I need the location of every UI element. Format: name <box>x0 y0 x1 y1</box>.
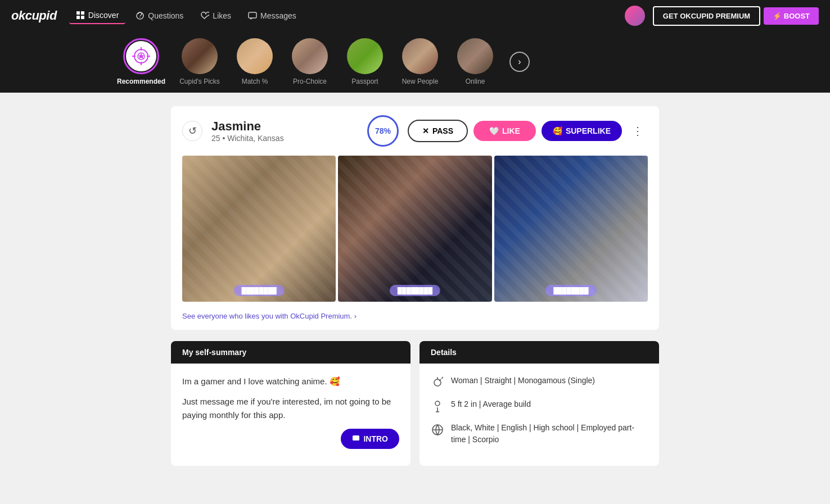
message-intro-icon <box>352 435 360 443</box>
category-passport-label: Passport <box>351 78 378 85</box>
profile-header: ↺ Jasmine 25 • Wichita, Kansas 78% ✕ PAS… <box>171 106 659 156</box>
bio-section-header: My self-summary <box>171 341 411 364</box>
likes-promo-link[interactable]: See everyone who likes you with OkCupid … <box>182 312 357 320</box>
message-icon <box>248 11 257 20</box>
photo-tag-1: ████████ <box>233 285 284 296</box>
detail-gender-text: Woman | Straight | Monogamous (Single) <box>451 375 595 387</box>
bio-section-body: Im a gamer and I love watching anime. 🥰 … <box>171 364 411 460</box>
grid-icon <box>76 11 85 20</box>
app-logo: okcupid <box>11 8 57 23</box>
x-icon: ✕ <box>422 126 429 135</box>
svg-point-14 <box>435 401 440 406</box>
photo-tag-2: ████████ <box>390 285 440 296</box>
profile-photo-2[interactable]: ████████ <box>338 156 491 302</box>
detail-height: 5 ft 2 in | Average build <box>431 398 648 413</box>
category-match-pct[interactable]: Match % <box>229 36 280 88</box>
category-recommended[interactable]: Recommended <box>112 36 170 88</box>
top-navigation: okcupid Discover Questions Likes Message… <box>0 0 830 31</box>
profile-age-location: 25 • Wichita, Kansas <box>211 134 358 143</box>
category-new-people[interactable]: New People <box>395 36 445 88</box>
nav-questions[interactable]: Questions <box>129 8 190 24</box>
heart-like-icon: 🤍 <box>489 126 499 135</box>
profile-name-section: Jasmine 25 • Wichita, Kansas <box>211 119 358 143</box>
intro-button[interactable]: INTRO <box>341 429 399 449</box>
category-online-label: Online <box>466 78 485 85</box>
category-strip: Recommended Cupid's Picks Match % Pro-Ch… <box>0 31 830 93</box>
main-content: ↺ Jasmine 25 • Wichita, Kansas 78% ✕ PAS… <box>162 106 668 466</box>
photo-tag-3: ████████ <box>545 285 596 296</box>
svg-rect-1 <box>81 11 84 15</box>
category-next-button[interactable]: › <box>509 52 530 72</box>
user-avatar[interactable] <box>625 6 645 26</box>
category-cupids-picks-label: Cupid's Picks <box>179 78 220 85</box>
gender-icon <box>431 376 444 389</box>
svg-rect-3 <box>81 16 84 19</box>
likes-promo: See everyone who likes you with OkCupid … <box>171 311 659 330</box>
bio-text: Im a gamer and I love watching anime. 🥰 … <box>182 375 399 422</box>
category-online[interactable]: Online <box>450 36 500 88</box>
bio-details-grid: My self-summary Im a gamer and I love wa… <box>171 341 659 466</box>
details-section-body: Woman | Straight | Monogamous (Single) 5… <box>419 364 659 466</box>
photo-grid: ████████ ████████ ████████ <box>171 156 659 311</box>
globe-icon <box>431 423 444 437</box>
profile-name: Jasmine <box>211 119 358 134</box>
profile-photo-1[interactable]: ████████ <box>182 156 336 302</box>
svg-rect-0 <box>76 11 80 15</box>
profile-card: ↺ Jasmine 25 • Wichita, Kansas 78% ✕ PAS… <box>171 106 659 330</box>
superlike-icon: 🥰 <box>553 126 562 135</box>
category-pro-choice-label: Pro-Choice <box>293 78 327 85</box>
heart-icon <box>200 11 209 20</box>
bio-section: My self-summary Im a gamer and I love wa… <box>171 341 411 466</box>
nav-likes[interactable]: Likes <box>193 8 238 24</box>
category-pro-choice[interactable]: Pro-Choice <box>285 36 335 88</box>
category-match-pct-label: Match % <box>242 78 268 85</box>
like-button[interactable]: 🤍 LIKE <box>473 121 536 141</box>
category-recommended-label: Recommended <box>117 78 165 85</box>
detail-gender: Woman | Straight | Monogamous (Single) <box>431 375 648 389</box>
nav-discover[interactable]: Discover <box>69 7 125 24</box>
detail-height-text: 5 ft 2 in | Average build <box>451 398 531 410</box>
svg-rect-5 <box>249 12 256 18</box>
svg-rect-2 <box>76 16 80 19</box>
details-section: Details Woman | Straight | Monogamous (S… <box>419 341 659 466</box>
profile-photo-3[interactable]: ████████ <box>494 156 648 302</box>
premium-button[interactable]: GET OKCUPID PREMIUM <box>653 6 760 26</box>
category-cupids-picks[interactable]: Cupid's Picks <box>174 36 225 88</box>
action-buttons: ✕ PASS 🤍 LIKE 🥰 SUPERLIKE ⋮ <box>408 120 648 142</box>
height-icon <box>431 399 444 413</box>
category-new-people-label: New People <box>402 78 439 85</box>
undo-button[interactable]: ↺ <box>182 121 202 141</box>
detail-background: Black, White | English | High school | E… <box>431 422 648 446</box>
svg-rect-12 <box>353 435 359 441</box>
question-icon <box>136 11 145 20</box>
recommended-sunburst-icon <box>131 46 151 66</box>
pass-button[interactable]: ✕ PASS <box>408 120 468 142</box>
superlike-button[interactable]: 🥰 SUPERLIKE <box>542 121 622 141</box>
details-section-header: Details <box>419 341 659 364</box>
boost-button[interactable]: ⚡ BOOST <box>764 7 819 25</box>
category-passport[interactable]: Passport <box>340 36 390 88</box>
more-options-button[interactable]: ⋮ <box>628 122 648 140</box>
match-percentage: 78% <box>367 115 399 147</box>
detail-background-text: Black, White | English | High school | E… <box>451 422 648 446</box>
nav-messages[interactable]: Messages <box>241 8 303 24</box>
